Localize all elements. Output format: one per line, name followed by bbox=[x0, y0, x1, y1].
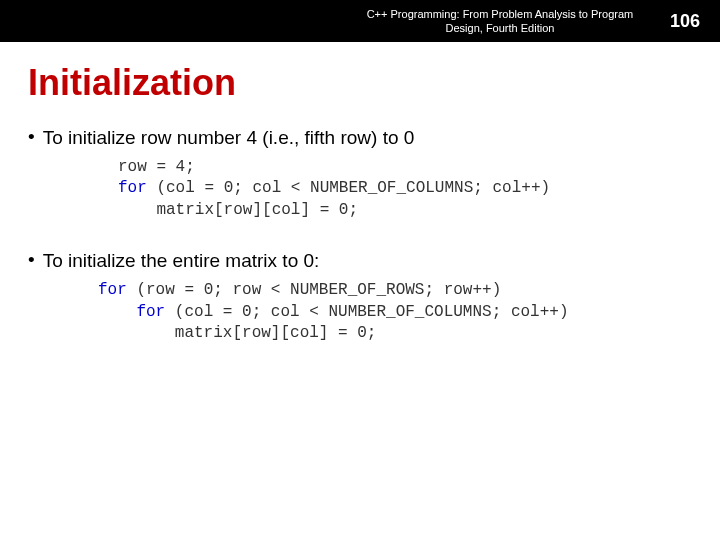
code-line: (col = 0; col < NUMBER_OF_COLUMNS; col++… bbox=[147, 179, 550, 197]
bullet-text: To initialize the entire matrix to 0: bbox=[43, 249, 320, 274]
bullet-text: To initialize row number 4 (i.e., fifth … bbox=[43, 126, 415, 151]
header-text-wrap: C++ Programming: From Problem Analysis t… bbox=[360, 7, 700, 36]
code-block-1: row = 4; for (col = 0; col < NUMBER_OF_C… bbox=[118, 157, 692, 222]
code-line: (col = 0; col < NUMBER_OF_COLUMNS; col++… bbox=[165, 303, 568, 321]
code-line: matrix[row][col] = 0; bbox=[98, 324, 376, 342]
bullet-item: • To initialize row number 4 (i.e., fift… bbox=[28, 126, 692, 151]
slide-content: Initialization • To initialize row numbe… bbox=[0, 42, 720, 365]
code-block-2: for (row = 0; row < NUMBER_OF_ROWS; row+… bbox=[98, 280, 692, 345]
code-line: matrix[row][col] = 0; bbox=[118, 201, 358, 219]
page-number: 106 bbox=[670, 11, 700, 32]
code-line: (row = 0; row < NUMBER_OF_ROWS; row++) bbox=[127, 281, 501, 299]
code-keyword: for bbox=[118, 179, 147, 197]
code-keyword: for bbox=[98, 281, 127, 299]
code-keyword: for bbox=[136, 303, 165, 321]
code-indent bbox=[98, 303, 136, 321]
slide-title: Initialization bbox=[28, 62, 692, 104]
book-title: C++ Programming: From Problem Analysis t… bbox=[360, 7, 640, 36]
bullet-item: • To initialize the entire matrix to 0: bbox=[28, 249, 692, 274]
code-line: row = 4; bbox=[118, 158, 195, 176]
bullet-dot-icon: • bbox=[28, 126, 35, 149]
bullet-dot-icon: • bbox=[28, 249, 35, 272]
slide-header: C++ Programming: From Problem Analysis t… bbox=[0, 0, 720, 42]
